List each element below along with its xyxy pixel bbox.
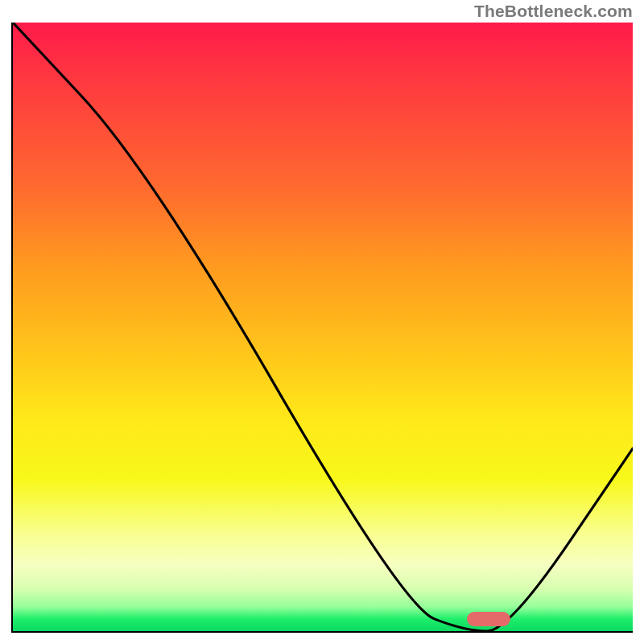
optimal-range-marker [467, 612, 510, 626]
bottleneck-chart [11, 23, 633, 633]
bottleneck-curve-path [13, 23, 633, 631]
attribution-label: TheBottleneck.com [474, 2, 633, 21]
bottleneck-curve [13, 23, 633, 631]
